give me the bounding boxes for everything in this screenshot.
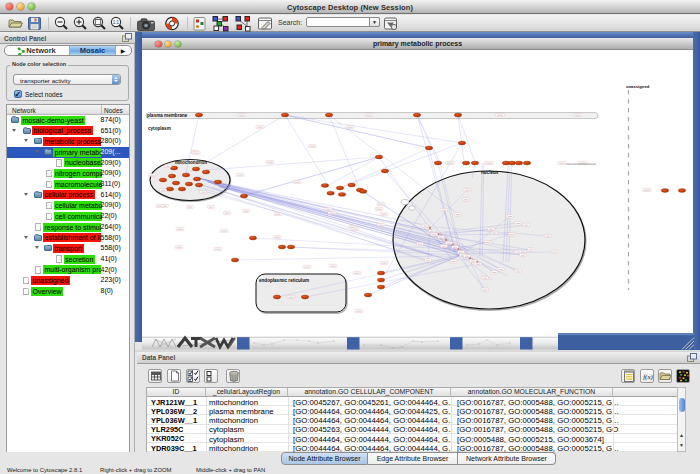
svg-text:mitochondrion: mitochondrion <box>175 160 207 165</box>
svg-text:aaaaaaaaaaaaaaaaaa: aaaaaaaaaaaaaaaaaa <box>566 162 596 166</box>
svg-text:f(x): f(x) <box>643 373 653 381</box>
svg-text:nucleus: nucleus <box>481 170 499 175</box>
svg-text:1:1: 1:1 <box>113 20 120 25</box>
svg-text:plasma membrane: plasma membrane <box>147 113 188 118</box>
svg-text:unassigned: unassigned <box>626 84 650 89</box>
svg-text:cytoplasm: cytoplasm <box>148 126 171 131</box>
svg-text:endoplasmic reticulum: endoplasmic reticulum <box>259 278 309 283</box>
